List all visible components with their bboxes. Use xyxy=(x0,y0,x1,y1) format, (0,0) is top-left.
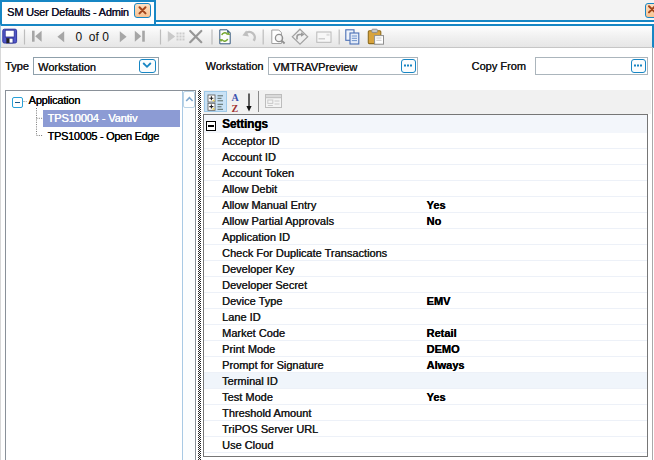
svg-text:A: A xyxy=(232,92,240,103)
svg-text:0 of 0: 0 of 0 xyxy=(76,29,110,43)
svg-text:Z: Z xyxy=(232,103,239,114)
